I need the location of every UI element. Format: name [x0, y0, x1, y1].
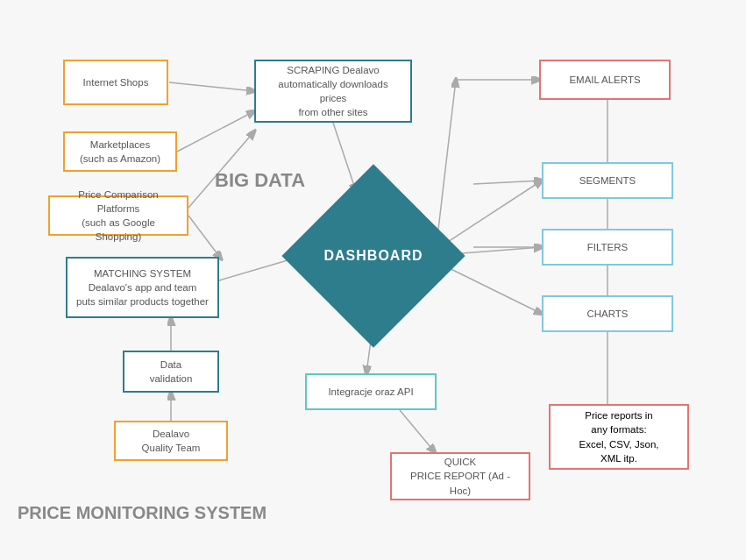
- matching-system-box: MATCHING SYSTEMDealavo's app and teamput…: [66, 257, 219, 318]
- charts-box: CHARTS: [542, 295, 673, 332]
- price-reports-box: Price reports inany formats:Excel, CSV, …: [549, 404, 689, 470]
- filters-box: FILTERS: [542, 229, 673, 266]
- scraping-box: SCRAPING Dealavoautomatically downloads …: [254, 60, 412, 123]
- quick-price-report-box: QUICKPRICE REPORT (Ad - Hoc): [390, 452, 530, 500]
- email-alerts-box: EMAIL ALERTS: [539, 60, 671, 100]
- internet-shops-box: Internet Shops: [63, 60, 168, 105]
- svg-line-1: [177, 111, 254, 152]
- svg-line-12: [438, 263, 542, 314]
- svg-line-8: [438, 80, 456, 230]
- svg-line-20: [473, 181, 542, 184]
- svg-line-10: [438, 181, 542, 248]
- svg-line-0: [169, 82, 254, 91]
- big-data-label: BIG DATA: [215, 169, 305, 192]
- svg-line-2: [188, 216, 221, 259]
- dashboard-diamond: DASHBOARD: [309, 191, 438, 321]
- svg-line-4: [333, 123, 356, 191]
- integracje-box: Integracje oraz API: [305, 373, 437, 410]
- data-validation-box: Datavalidation: [123, 351, 219, 393]
- price-monitoring-label: PRICE MONITORING SYSTEM: [18, 503, 266, 523]
- quality-team-box: DealavoQuality Team: [114, 421, 228, 461]
- svg-line-14: [400, 410, 435, 452]
- dashboard-label: DASHBOARD: [309, 191, 438, 321]
- marketplaces-box: Marketplaces(such as Amazon): [63, 131, 177, 172]
- diagram: Internet Shops Marketplaces(such as Amaz…: [0, 0, 746, 560]
- price-comparison-box: Price Comparison Platforms(such as Googl…: [48, 195, 188, 236]
- segments-box: SEGMENTS: [542, 162, 673, 199]
